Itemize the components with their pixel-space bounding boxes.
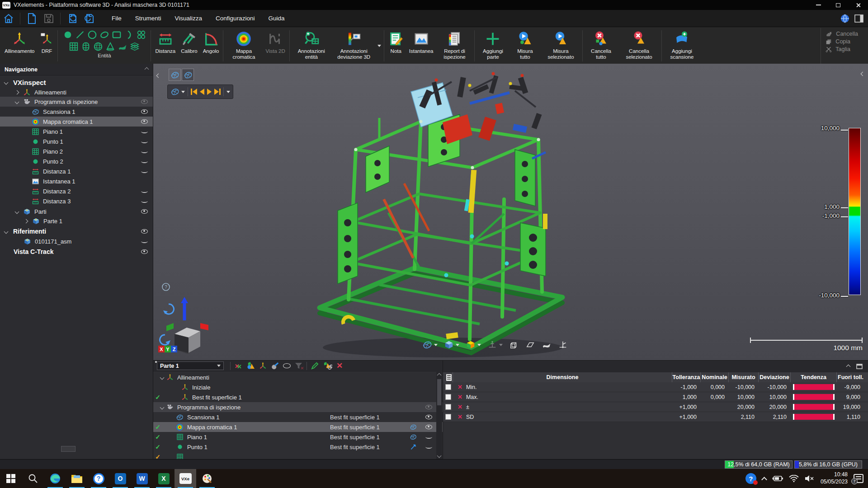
entity-cone-icon[interactable] bbox=[104, 41, 117, 52]
volume-muted-icon[interactable] bbox=[805, 475, 815, 482]
entity-cross-section-icon[interactable] bbox=[129, 41, 141, 52]
start-button[interactable] bbox=[0, 469, 22, 488]
taskbar-vxelements-icon[interactable]: VXe bbox=[175, 469, 196, 488]
link-entities-icon[interactable] bbox=[323, 362, 332, 370]
power-icon[interactable] bbox=[772, 475, 783, 482]
taskbar-excel-icon[interactable]: X bbox=[153, 469, 175, 488]
part-row-best-fit[interactable]: Best fit superficie 1 bbox=[153, 392, 437, 402]
delete-entity-icon[interactable]: ✕ bbox=[336, 362, 343, 370]
visibility-eye-icon[interactable] bbox=[141, 109, 148, 114]
misura-tutto-button[interactable]: Misura tutto bbox=[509, 28, 540, 64]
cancella-selezionato-button[interactable]: Cancella selezionato bbox=[618, 28, 660, 64]
entity-pattern-icon[interactable] bbox=[135, 29, 147, 41]
menu-visualizza[interactable]: Visualizza bbox=[168, 10, 209, 27]
scrollbar-thumb[interactable] bbox=[437, 379, 441, 405]
shaded-display-dropdown[interactable] bbox=[444, 340, 459, 350]
part-row-piano-1[interactable]: Piano 1Best fit superficie 1 bbox=[153, 432, 437, 442]
result-row-min[interactable]: Min. -1,000 0,000 -10,000 -10,000 -9,000 bbox=[443, 382, 868, 392]
row-checkbox[interactable] bbox=[445, 384, 451, 390]
part-row-scansiona[interactable]: Scansiona 1Best fit superficie 1 bbox=[153, 412, 437, 422]
visibility-eye-icon[interactable] bbox=[425, 415, 432, 419]
menu-configurazioni[interactable]: Configurazioni bbox=[209, 10, 261, 27]
sidebar-item-scansiona-1[interactable]: Scansiona 1 bbox=[0, 107, 153, 117]
visibility-hidden-icon[interactable] bbox=[141, 160, 148, 163]
taskbar-search-icon[interactable] bbox=[22, 469, 44, 488]
menu-file[interactable]: File bbox=[105, 10, 128, 27]
menu-strumenti[interactable]: Strumenti bbox=[128, 10, 168, 27]
header-misurato[interactable]: Misurato bbox=[729, 372, 759, 382]
notification-center-icon[interactable]: 7 bbox=[854, 474, 863, 483]
result-row-sd[interactable]: SD +1,000 2,110 2,110 1,110 bbox=[443, 412, 868, 422]
entity-sphere-icon[interactable] bbox=[92, 41, 104, 52]
annotazioni-deviazione-button[interactable]: Annotazioni deviazione 3D bbox=[332, 28, 376, 64]
part-row-programma[interactable]: Programma di ispezione bbox=[153, 402, 443, 412]
deselect-icon[interactable]: ✕✕ bbox=[235, 362, 242, 369]
surface-display-button[interactable] bbox=[542, 340, 552, 350]
entity-rectangle-icon[interactable] bbox=[110, 29, 123, 41]
scan-link-icon[interactable] bbox=[409, 423, 417, 431]
sidebar-item-distanza-1[interactable]: Distanza 1 bbox=[0, 166, 153, 176]
layout-panels-icon[interactable] bbox=[854, 14, 863, 23]
entity-surface-icon[interactable] bbox=[117, 41, 129, 52]
support-help-icon[interactable]: ? bbox=[745, 473, 756, 484]
float-panel-icon[interactable] bbox=[856, 364, 863, 369]
taskbar-paint-icon[interactable] bbox=[196, 469, 218, 488]
filter-disabled-icon[interactable]: ✕ bbox=[295, 362, 302, 370]
probe-link-icon[interactable] bbox=[409, 443, 417, 450]
entity-line-icon[interactable] bbox=[74, 29, 86, 41]
visibility-hidden-icon[interactable] bbox=[141, 150, 148, 153]
part-selector-dropdown[interactable]: Parte 1 bbox=[157, 361, 224, 370]
sidebar-item-punto-2[interactable]: Punto 2 bbox=[0, 156, 153, 166]
edit-pencil-icon[interactable] bbox=[311, 362, 319, 370]
cancella-tutto-button[interactable]: Cancella tutto bbox=[584, 28, 618, 64]
taskbar-help-icon[interactable]: ? bbox=[88, 469, 109, 488]
part-row-mappa-cromatica[interactable]: Mappa cromatica 1Best fit superficie 1 bbox=[153, 422, 443, 432]
minimize-button[interactable] bbox=[808, 0, 828, 10]
row-checkbox[interactable] bbox=[445, 404, 451, 410]
visibility-eye-icon[interactable] bbox=[425, 405, 432, 409]
entity-circle-icon[interactable] bbox=[86, 29, 98, 41]
visibility-eye-icon[interactable] bbox=[141, 229, 148, 234]
collapse-panel-icon[interactable] bbox=[145, 67, 149, 72]
sidebar-item-allineamenti[interactable]: Allineamenti bbox=[0, 87, 153, 97]
header-tendenza[interactable]: Tendenza bbox=[791, 372, 837, 382]
misura-selezionato-button[interactable]: Misura selezionato bbox=[540, 28, 581, 64]
result-row-max[interactable]: Max. 1,000 0,000 10,000 10,000 9,000 bbox=[443, 392, 868, 402]
language-globe-icon[interactable] bbox=[840, 14, 850, 23]
sidebar-item-istantanea-1[interactable]: Istantanea 1 bbox=[0, 176, 153, 186]
part-row-allineamenti[interactable]: Allineamenti bbox=[153, 372, 437, 382]
alignment-filter-icon[interactable] bbox=[259, 362, 267, 370]
scroll-up-icon[interactable] bbox=[437, 373, 442, 378]
visibility-eye-icon[interactable] bbox=[141, 119, 148, 124]
entity-ellipse-icon[interactable] bbox=[98, 29, 110, 41]
tray-expand-icon[interactable] bbox=[761, 477, 767, 483]
panel-resize-grip[interactable] bbox=[61, 446, 75, 452]
taskbar-clock[interactable]: 10:48 05/05/2023 bbox=[821, 471, 848, 485]
mesh-display-dropdown[interactable] bbox=[422, 340, 438, 350]
show-hide-icon[interactable] bbox=[283, 363, 291, 368]
taskbar-word-icon[interactable]: W bbox=[131, 469, 153, 488]
annotazioni-entita-button[interactable]: Annotazioni entità bbox=[291, 28, 332, 64]
distanza-button[interactable]: Distanza bbox=[152, 28, 178, 64]
clipping-plane-button[interactable] bbox=[558, 340, 568, 350]
sidebar-item-piano-1[interactable]: Piano 1 bbox=[0, 127, 153, 136]
taskbar-edge-icon[interactable] bbox=[44, 469, 66, 488]
part-panel-scrollbar[interactable] bbox=[436, 372, 442, 459]
header-tolleranza[interactable]: Tolleranza bbox=[672, 372, 701, 382]
header-dimensione[interactable]: Dimensione bbox=[453, 372, 672, 382]
wifi-icon[interactable] bbox=[789, 475, 799, 482]
close-button[interactable] bbox=[848, 0, 868, 10]
inspection-model-colormap[interactable] bbox=[153, 64, 868, 360]
visibility-eye-icon[interactable] bbox=[141, 99, 148, 104]
visibility-eye-icon[interactable] bbox=[141, 249, 148, 254]
sidebar-item-punto-1[interactable]: Punto 1 bbox=[0, 136, 153, 146]
probe-display-dropdown[interactable] bbox=[487, 340, 503, 350]
taskbar-explorer-icon[interactable] bbox=[66, 469, 88, 488]
3d-viewport[interactable]: ? X Y Z bbox=[153, 64, 868, 360]
header-deviazione[interactable]: Deviazione bbox=[759, 372, 791, 382]
aggiungi-parte-button[interactable]: Aggiungi parte bbox=[476, 28, 509, 64]
entity-plane-icon[interactable] bbox=[68, 41, 80, 52]
annotazioni-deviazione-dropdown[interactable] bbox=[376, 28, 382, 64]
istantanea-button[interactable]: Istantanea bbox=[406, 28, 436, 64]
copia-button[interactable]: Copia bbox=[826, 38, 858, 45]
